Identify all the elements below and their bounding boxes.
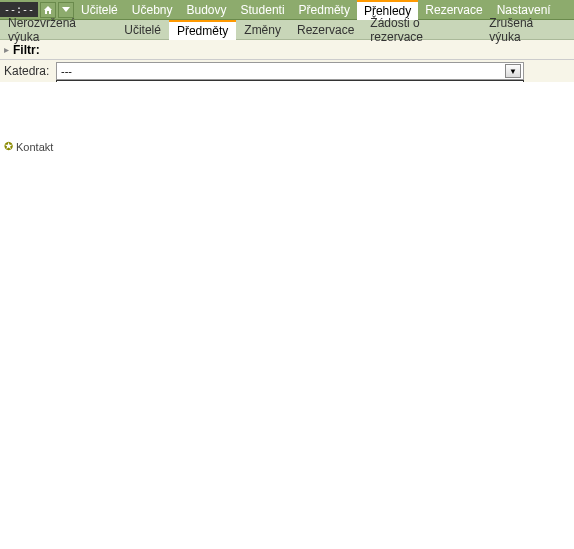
menu-studenti[interactable]: Studenti <box>234 1 292 19</box>
submenu-zadosti[interactable]: Žádosti o rezervace <box>362 14 481 46</box>
submenu-bar: Nerozvržená výuka Učitelé Předměty Změny… <box>0 20 574 40</box>
submenu-predmety[interactable]: Předměty <box>169 20 236 40</box>
select-value: --- <box>61 65 72 77</box>
menu-budovy[interactable]: Budovy <box>179 1 233 19</box>
katedra-row: Katedra: --- ▼ ---Ústav anglofonních lit… <box>0 60 574 82</box>
submenu-zrusena[interactable]: Zrušená výuka <box>481 14 574 46</box>
katedra-select[interactable]: --- ▼ ---Ústav anglofonních literatur a … <box>56 62 524 80</box>
katedra-dropdown: ---Ústav anglofonních literatur a kultur… <box>56 80 524 82</box>
menu-ucebny[interactable]: Učebny <box>125 1 180 19</box>
submenu-rezervace[interactable]: Rezervace <box>289 21 362 39</box>
katedra-label: Katedra: <box>4 64 56 78</box>
dropdown-option[interactable]: --- <box>57 81 523 82</box>
dropdown-arrow-icon[interactable]: ▼ <box>505 64 521 78</box>
dropdown-inner[interactable]: ---Ústav anglofonních literatur a kultur… <box>57 81 523 82</box>
submenu-zmeny[interactable]: Změny <box>236 21 289 39</box>
submenu-ucitele[interactable]: Učitelé <box>116 21 169 39</box>
chevron-right-icon[interactable]: ▸ <box>4 44 9 55</box>
menu-predmety[interactable]: Předměty <box>292 1 357 19</box>
select-display[interactable]: --- ▼ <box>56 62 524 80</box>
filter-label: Filtr: <box>13 43 40 57</box>
submenu-nerozvrzena[interactable]: Nerozvržená výuka <box>0 14 116 46</box>
